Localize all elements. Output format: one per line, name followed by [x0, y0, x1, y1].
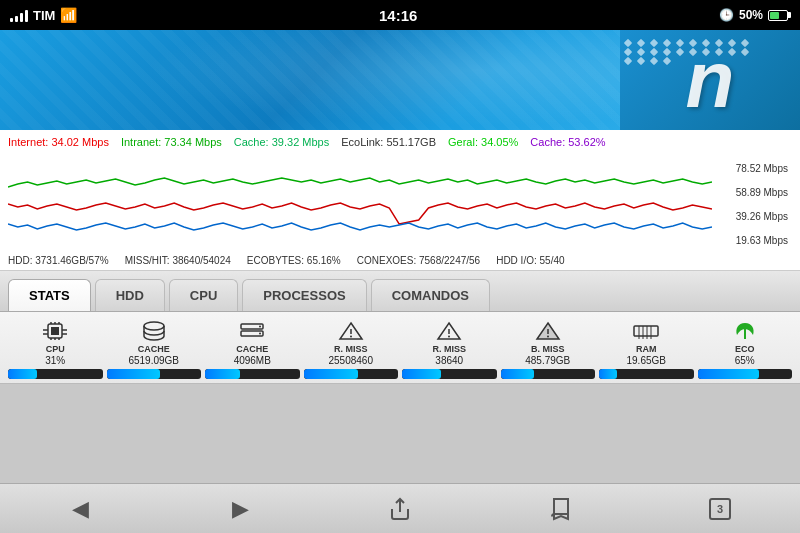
metric-label-5: B. MISS	[531, 344, 565, 354]
svg-point-18	[350, 336, 352, 338]
tab-stats[interactable]: STATS	[8, 279, 91, 311]
metric-value-4: 38640	[435, 355, 463, 366]
metric-value-2: 4096MB	[234, 355, 271, 366]
metric-label-7: ECO	[735, 344, 755, 354]
tab-cpu[interactable]: CPU	[169, 279, 238, 311]
status-right: 🕒 50%	[719, 8, 790, 22]
svg-point-16	[259, 333, 261, 335]
stat-misshit: MISS/HIT: 38640/54024	[125, 255, 231, 266]
ram-icon	[632, 320, 660, 342]
metric-cache-1: CACHE 6519.09GB	[107, 320, 202, 379]
metric-bar-bg-5	[501, 369, 596, 379]
metric-bar-bg-1	[107, 369, 202, 379]
battery-body	[768, 10, 788, 21]
metric-bar-fill-1	[107, 369, 161, 379]
chart-label-3: 39.26 Mbps	[712, 211, 788, 222]
signal-bar-3	[20, 13, 23, 22]
back-button[interactable]: ◀	[55, 487, 105, 531]
signal-bar-2	[15, 16, 18, 22]
metric-bar-fill-6	[599, 369, 617, 379]
metric-value-6: 19.65GB	[627, 355, 666, 366]
bmiss-icon	[534, 320, 562, 342]
stat-hddio: HDD I/O: 55/40	[496, 255, 564, 266]
cpu-icon	[41, 320, 69, 342]
stat-conexoes: CONEXOES: 7568/2247/56	[357, 255, 480, 266]
svg-rect-23	[634, 326, 658, 336]
legend-cache: Cache: 39.32 Mbps	[234, 136, 329, 148]
battery-fill	[770, 12, 779, 19]
metric-bar-fill-7	[698, 369, 759, 379]
tabs-count: 3	[709, 498, 731, 520]
stats-area: Internet: 34.02 Mbps Intranet: 73.34 Mbp…	[0, 130, 800, 271]
metric-label-3: R. MISS	[334, 344, 368, 354]
eco-icon	[731, 320, 759, 342]
metric-ram-6: RAM 19.65GB	[599, 320, 694, 379]
metric-bar-bg-0	[8, 369, 103, 379]
metric-bar-bg-6	[599, 369, 694, 379]
metric-bar-bg-3	[304, 369, 399, 379]
metric-cache-2: CACHE 4096MB	[205, 320, 300, 379]
metric-bar-bg-4	[402, 369, 497, 379]
legend-intranet: Intranet: 73.34 Mbps	[121, 136, 222, 148]
metric-r. miss-4: R. MISS 38640	[402, 320, 497, 379]
tabs-bar: STATS HDD CPU PROCESSOS COMANDOS	[0, 271, 800, 312]
metric-bar-fill-3	[304, 369, 359, 379]
wifi-icon: 📶	[60, 7, 77, 23]
status-left: TIM 📶	[10, 7, 77, 23]
metric-label-4: R. MISS	[432, 344, 466, 354]
stat-ecobytes: ECOBYTES: 65.16%	[247, 255, 341, 266]
metric-cpu-0: CPU 31%	[8, 320, 103, 379]
bookmarks-button[interactable]	[535, 487, 585, 531]
rmiss-icon	[337, 320, 365, 342]
svg-point-15	[259, 326, 261, 328]
signal-bar-1	[10, 18, 13, 22]
tabs-button[interactable]: 3	[695, 487, 745, 531]
network-chart-svg	[8, 152, 712, 252]
metric-bar-fill-2	[205, 369, 240, 379]
metric-bar-fill-5	[501, 369, 534, 379]
metric-value-0: 31%	[45, 355, 65, 366]
carrier-label: TIM	[33, 8, 55, 23]
legend-ecolink: EcoLink: 551.17GB	[341, 136, 436, 148]
chart-label-4: 19.63 Mbps	[712, 235, 788, 246]
metric-value-5: 485.79GB	[525, 355, 570, 366]
rmiss2-icon	[435, 320, 463, 342]
forward-button[interactable]: ▶	[215, 487, 265, 531]
metric-r. miss-3: R. MISS 25508460	[304, 320, 399, 379]
svg-point-20	[448, 336, 450, 338]
clock-icon: 🕒	[719, 8, 734, 22]
svg-point-12	[144, 322, 164, 330]
share-button[interactable]	[375, 487, 425, 531]
legend-geral: Geral: 34.05%	[448, 136, 518, 148]
metric-value-3: 25508460	[329, 355, 374, 366]
bottom-toolbar: ◀ ▶ 3	[0, 483, 800, 533]
metric-value-1: 6519.09GB	[128, 355, 179, 366]
chart-label-1: 78.52 Mbps	[712, 163, 788, 174]
legend-row: Internet: 34.02 Mbps Intranet: 73.34 Mbp…	[8, 136, 792, 148]
metric-value-7: 65%	[735, 355, 755, 366]
metric-label-6: RAM	[636, 344, 657, 354]
svg-rect-1	[51, 327, 59, 335]
chart-label-2: 58.89 Mbps	[712, 187, 788, 198]
stats-bottom-row: HDD: 3731.46GB/57% MISS/HIT: 38640/54024…	[8, 252, 792, 266]
chart-right-labels: 78.52 Mbps 58.89 Mbps 39.26 Mbps 19.63 M…	[712, 152, 792, 252]
svg-point-22	[547, 336, 549, 338]
signal-bar-4	[25, 10, 28, 22]
metric-label-1: CACHE	[138, 344, 170, 354]
tab-comandos[interactable]: COMANDOS	[371, 279, 490, 311]
tab-processos[interactable]: PROCESSOS	[242, 279, 366, 311]
metric-label-0: CPU	[46, 344, 65, 354]
stat-hdd: HDD: 3731.46GB/57%	[8, 255, 109, 266]
metric-bar-bg-7	[698, 369, 793, 379]
cache2-icon	[238, 320, 266, 342]
metric-b. miss-5: B. MISS 485.79GB	[501, 320, 596, 379]
metric-bar-fill-0	[8, 369, 37, 379]
metric-bar-fill-4	[402, 369, 441, 379]
network-chart-container: 78.52 Mbps 58.89 Mbps 39.26 Mbps 19.63 M…	[8, 152, 792, 252]
logo-letter: n	[686, 34, 735, 126]
status-bar: TIM 📶 14:16 🕒 50%	[0, 0, 800, 30]
legend-cache2: Cache: 53.62%	[530, 136, 605, 148]
tab-hdd[interactable]: HDD	[95, 279, 165, 311]
metric-label-2: CACHE	[236, 344, 268, 354]
battery-icon	[768, 10, 790, 21]
